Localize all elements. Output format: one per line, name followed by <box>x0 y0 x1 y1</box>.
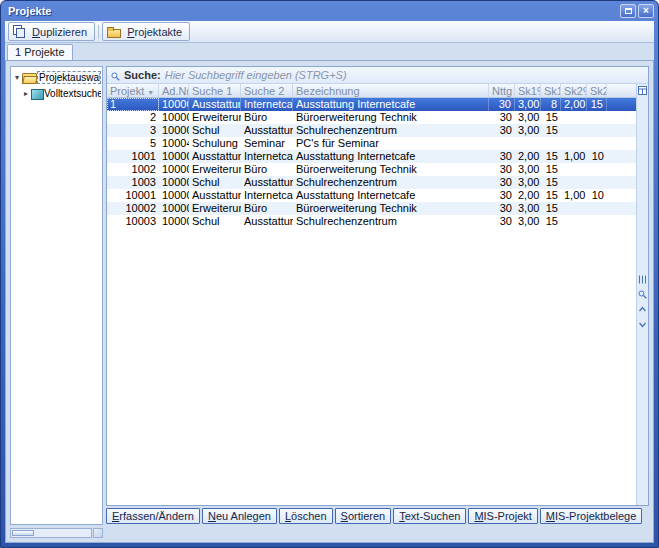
table-cell: Schul <box>189 176 241 189</box>
table-cell <box>561 215 587 228</box>
table-cell: Büro <box>241 111 293 124</box>
column-header-suche2[interactable]: Suche 2 <box>241 84 293 97</box>
splitter-grip[interactable] <box>93 528 103 538</box>
column-chooser-icon[interactable] <box>638 86 647 95</box>
table-cell-filler <box>607 202 636 215</box>
table-cell: 30 <box>489 124 515 137</box>
table-cell: 30 <box>489 202 515 215</box>
column-header-suche1[interactable]: Suche 1 <box>189 84 241 97</box>
table-row[interactable]: 1000110000AusstattunInternetcaAusstattun… <box>107 189 636 202</box>
scrollbar-track[interactable] <box>10 528 92 538</box>
column-header-sk1[interactable]: Sk1 <box>541 84 561 97</box>
table-row[interactable]: 1000310000SchulAusstattunSchulrechenzent… <box>107 215 636 228</box>
table-cell: 15 <box>541 215 561 228</box>
table-cell: Ausstattun <box>241 124 293 137</box>
scroll-down-icon[interactable] <box>638 320 647 329</box>
restore-button[interactable] <box>620 4 636 18</box>
table-cell: 30 <box>489 150 515 163</box>
table-cell: 1003 <box>107 176 159 189</box>
erfassen-andern-button[interactable]: Erfassen/Ändern <box>106 508 200 524</box>
tree-item-volltextsuche[interactable]: ▸ Volltextsuche <box>13 88 101 99</box>
tab-projekte[interactable]: 1 Projekte <box>7 44 73 60</box>
sort-icon: ▼ <box>147 89 154 96</box>
table-cell <box>561 124 587 137</box>
column-header-sk2pct[interactable]: Sk2% <box>561 84 587 97</box>
table-cell: Internetca <box>241 98 293 111</box>
column-header-projekt[interactable]: Projekt▼ <box>107 84 159 97</box>
table-cell <box>515 137 541 150</box>
table-row[interactable]: 1000210000ErweiterunBüroBüroerweiterung … <box>107 202 636 215</box>
close-button[interactable]: × <box>638 4 654 18</box>
scrollbar-thumb[interactable] <box>12 530 34 536</box>
table-row[interactable]: 310000SchulAusstattunSchulrechenzentrum3… <box>107 124 636 137</box>
table-row[interactable]: 510004SchulungSeminarPC's für Seminar <box>107 137 636 150</box>
table-cell: 15 <box>541 150 561 163</box>
table-cell: Büroerweiterung Technik <box>293 163 489 176</box>
duplizieren-label: Duplizieren <box>32 26 87 38</box>
table-row[interactable]: 100310000SchulAusstattunSchulrechenzentr… <box>107 176 636 189</box>
table-row[interactable]: 110000AusstattunInternetcaAusstattung In… <box>107 98 636 111</box>
table-cell: Büro <box>241 163 293 176</box>
table-cell: 1 <box>107 98 159 111</box>
table-cell <box>587 202 607 215</box>
table-row[interactable]: 100110000AusstattunInternetcaAusstattung… <box>107 150 636 163</box>
loschen-button[interactable]: Löschen <box>279 508 333 524</box>
column-header-nttg[interactable]: Nttg <box>489 84 515 97</box>
expander-expanded-icon[interactable]: ▾ <box>13 74 21 82</box>
table-cell: 15 <box>541 202 561 215</box>
grid-header: Projekt▼ Ad.Nr. Suche 1 Suche 2 Bezeichn… <box>107 84 636 98</box>
text-suchen-button[interactable]: Text-Suchen <box>393 508 466 524</box>
search-input[interactable] <box>165 69 644 81</box>
duplizieren-button[interactable]: Duplizieren <box>8 22 95 41</box>
fulltext-search-icon <box>31 89 43 99</box>
column-header-adnr[interactable]: Ad.Nr. <box>159 84 189 97</box>
table-cell: 3,00 <box>515 215 541 228</box>
column-header-bezeichnung[interactable]: Bezeichnung <box>293 84 489 97</box>
zoom-icon[interactable] <box>638 290 647 299</box>
table-cell: 30 <box>489 176 515 189</box>
close-icon: × <box>643 6 649 16</box>
table-cell: 3,00 <box>515 98 541 111</box>
sortieren-button[interactable]: Sortieren <box>335 508 392 524</box>
table-cell: Ausstattun <box>189 189 241 202</box>
columns-icon[interactable] <box>638 275 647 284</box>
table-cell: Erweiterun <box>189 202 241 215</box>
table-cell: 10000 <box>159 215 189 228</box>
table-cell: Ausstattung Internetcafe <box>293 98 489 111</box>
table-cell: Schul <box>189 215 241 228</box>
column-header-sk2[interactable]: Sk2 <box>587 84 607 97</box>
table-row[interactable]: 100210000ErweiterunBüroBüroerweiterung T… <box>107 163 636 176</box>
table-cell <box>561 176 587 189</box>
restore-icon <box>625 8 632 14</box>
table-cell: 10000 <box>159 150 189 163</box>
table-cell: 30 <box>489 111 515 124</box>
neu-anlegen-button[interactable]: Neu Anlegen <box>202 508 277 524</box>
table-cell: Büro <box>241 202 293 215</box>
table-cell: 15 <box>541 189 561 202</box>
table-cell: 10000 <box>159 163 189 176</box>
table-cell <box>561 111 587 124</box>
search-label: Suche: <box>124 69 161 81</box>
projects-grid: Suche: Projekt▼ Ad.Nr. Suche 1 Suche 2 B… <box>106 66 649 506</box>
expander-collapsed-icon[interactable]: ▸ <box>22 90 30 98</box>
table-cell: 1001 <box>107 150 159 163</box>
table-cell: 3,00 <box>515 124 541 137</box>
table-cell: 3,00 <box>515 111 541 124</box>
projektakte-button[interactable]: Projektakte <box>102 22 190 41</box>
mis-projekt-button[interactable]: MIS-Projekt <box>468 508 537 524</box>
main-panel: ▾ Projektauswahl ▸ Volltextsuche <box>5 60 654 543</box>
folder-icon <box>107 26 120 37</box>
search-bar: Suche: <box>107 67 648 84</box>
mis-projektbelege-button[interactable]: MIS-Projektbelege <box>540 508 643 524</box>
table-row[interactable]: 210000ErweiterunBüroBüroerweiterung Tech… <box>107 111 636 124</box>
search-icon <box>111 71 120 80</box>
table-cell: 1,00 <box>561 189 587 202</box>
table-cell: 10003 <box>107 215 159 228</box>
scroll-up-icon[interactable] <box>638 305 647 314</box>
titlebar: Projekte × <box>1 1 658 21</box>
table-cell: 30 <box>489 98 515 111</box>
table-cell: 3 <box>107 124 159 137</box>
column-header-sk1pct[interactable]: Sk1% <box>515 84 541 97</box>
table-cell-filler <box>607 124 636 137</box>
tree-item-projektauswahl[interactable]: ▾ Projektauswahl <box>13 71 101 84</box>
